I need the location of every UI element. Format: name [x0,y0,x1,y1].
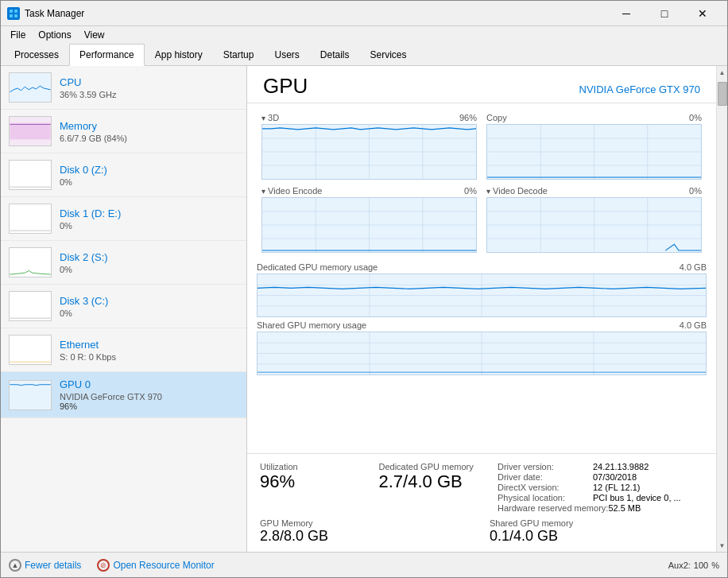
cpu-subtitle: 36% 3.59 GHz [60,90,238,99]
disk0-info: Disk 0 (Z:) 0% [60,164,238,187]
ethernet-thumb [9,335,52,365]
chart-3d-box [261,124,477,180]
bottom-bar: ▲ Fewer details ⊘ Open Resource Monitor … [1,552,727,577]
hw-reserved-row: Hardware reserved memory: 52.5 MB [498,503,703,513]
driver-date-row: Driver date: 07/30/2018 [498,472,703,482]
resource-monitor-icon: ⊘ [97,559,110,572]
hw-reserved-val: 52.5 MB [608,503,641,513]
shared-labels: Shared GPU memory usage 4.0 GB [257,320,707,330]
gpu0-title: GPU 0 [60,378,238,390]
sidebar-item-cpu[interactable]: CPU 36% 3.59 GHz [1,66,246,110]
stat-shared-memory: Shared GPU memory 0.1/4.0 GB [490,518,703,545]
chart-video-encode: ▾ Video Encode 0% [257,183,482,256]
directx-val: 12 (FL 12.1) [593,483,641,492]
svg-rect-2 [10,14,13,17]
menu-options[interactable]: Options [32,26,77,44]
menu-bar: File Options View [1,26,727,44]
tab-processes[interactable]: Processes [4,44,69,66]
tab-details[interactable]: Details [310,44,360,66]
gpu-memory-value: 2.8/8.0 GB [260,528,474,545]
sidebar-item-disk3[interactable]: Disk 3 (C:) 0% [1,285,246,328]
directx-row: DirectX version: 12 (FL 12.1) [498,483,703,492]
driver-version-row: Driver version: 24.21.13.9882 [498,462,703,471]
chart-copy-value: 0% [689,113,702,122]
shared-max: 4.0 GB [680,320,707,330]
tab-startup[interactable]: Startup [213,44,265,66]
stat-dedicated: Dedicated GPU memory 2.7/4.0 GB [379,462,482,514]
chart-copy: Copy 0% [482,110,707,183]
disk3-info: Disk 3 (C:) 0% [60,295,238,318]
scroll-down-arrow[interactable]: ▼ [717,539,728,552]
disk1-subtitle: 0% [60,221,238,231]
shared-mem-value: 0.1/4.0 GB [490,528,703,545]
maximize-button[interactable]: □ [646,2,683,25]
window-controls: ─ □ ✕ [608,2,721,25]
chart-3d-labels: ▾ 3D 96% [261,113,477,122]
svg-rect-3 [14,14,17,17]
chart-copy-box [486,124,702,180]
gpu0-subtitle: NVIDIA GeForce GTX 970 [60,392,238,401]
menu-file[interactable]: File [4,26,32,44]
gpu-memory-label: GPU Memory [260,518,474,528]
dedicated-labels: Dedicated GPU memory usage 4.0 GB [257,262,707,272]
disk2-thumb [9,247,52,277]
sidebar-item-disk0[interactable]: Disk 0 (Z:) 0% [1,153,246,197]
memory-thumb [9,116,52,146]
sidebar-item-disk2[interactable]: Disk 2 (S:) 0% [1,241,246,285]
close-button[interactable]: ✕ [684,2,721,25]
aux-unit: % [711,561,719,570]
disk3-title: Disk 3 (C:) [60,295,238,307]
sidebar-item-memory[interactable]: Memory 6.6/7.9 GB (84%) [1,110,246,153]
physical-val: PCI bus 1, device 0, ... [593,493,681,502]
chart-encode-label: ▾ Video Encode [261,186,322,196]
minimize-button[interactable]: ─ [608,2,645,25]
disk3-thumb [9,291,52,321]
chart-decode-label: ▾ Video Decode [486,186,548,196]
tab-app-history[interactable]: App history [145,44,213,66]
disk1-title: Disk 1 (D: E:) [60,208,238,219]
gpu0-info: GPU 0 NVIDIA GeForce GTX 970 96% [60,378,238,411]
utilization-value: 96% [260,471,363,492]
chart-video-decode: ▾ Video Decode 0% [482,183,707,256]
tab-users[interactable]: Users [264,44,309,66]
chart-decode-value: 0% [689,186,702,196]
memory-title: Memory [60,120,238,132]
dedicated-mem-label: Dedicated GPU memory [379,462,482,471]
open-resource-monitor-button[interactable]: ⊘ Open Resource Monitor [97,559,214,572]
aux-bar: Aux2: 100 % [668,561,719,570]
tab-services[interactable]: Services [360,44,417,66]
disk1-thumb [9,204,52,234]
sidebar-item-gpu0[interactable]: GPU 0 NVIDIA GeForce GTX 970 96% [1,372,246,418]
shared-chart-box [257,332,707,375]
dedicated-mem-value: 2.7/4.0 GB [379,471,482,492]
tab-performance[interactable]: Performance [69,44,145,66]
aux-label: Aux2: [668,561,691,570]
sidebar-item-disk1[interactable]: Disk 1 (D: E:) 0% [1,197,246,241]
aux-value: 100 [694,561,708,570]
chart-copy-labels: Copy 0% [486,113,702,122]
disk2-title: Disk 2 (S:) [60,251,238,263]
shared-memory-chart: Shared GPU memory usage 4.0 GB [257,320,707,375]
memory-stats-row: GPU Memory 2.8/8.0 GB Shared GPU memory … [247,518,716,552]
chart-3d-value: 96% [459,113,477,122]
detail-panel: GPU NVIDIA GeForce GTX 970 ▾ 3D 96% [247,66,716,552]
stat-utilization: Utilization 96% [260,462,363,514]
dedicated-max: 4.0 GB [680,262,707,272]
scroll-thumb[interactable] [718,82,727,106]
disk2-subtitle: 0% [60,265,238,274]
driver-version-key: Driver version: [498,462,593,471]
gpu0-thumb [9,380,52,410]
utilization-label: Utilization [260,462,363,471]
menu-view[interactable]: View [78,26,111,44]
sidebar-item-ethernet[interactable]: Ethernet S: 0 R: 0 Kbps [1,328,246,372]
disk0-title: Disk 0 (Z:) [60,164,238,176]
scroll-up-arrow[interactable]: ▲ [717,66,728,79]
dedicated-label: Dedicated GPU memory usage [257,262,378,272]
driver-date-key: Driver date: [498,472,593,482]
fewer-details-button[interactable]: ▲ Fewer details [9,559,81,572]
driver-date-val: 07/30/2018 [593,472,637,482]
shared-label: Shared GPU memory usage [257,320,366,330]
directx-key: DirectX version: [498,483,593,492]
stat-gpu-memory: GPU Memory 2.8/8.0 GB [260,518,474,545]
chart-copy-label: Copy [486,113,507,122]
